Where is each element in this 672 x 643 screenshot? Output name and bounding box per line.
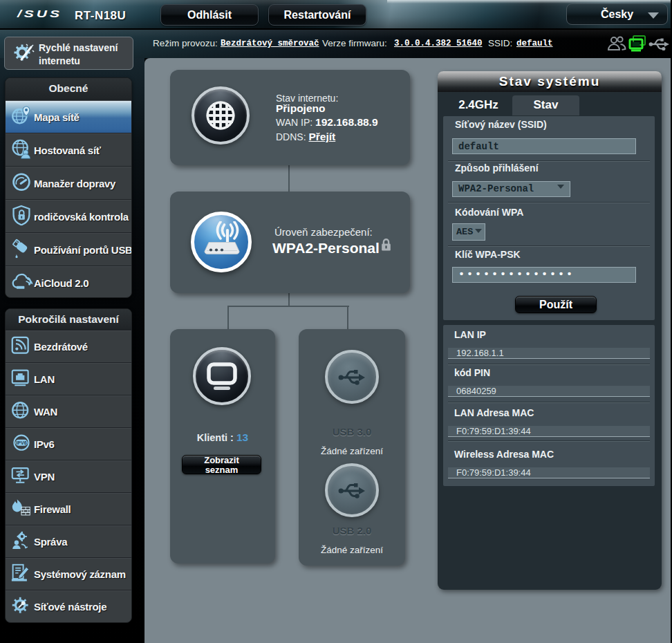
svg-text:IPV6: IPV6 — [16, 440, 26, 445]
